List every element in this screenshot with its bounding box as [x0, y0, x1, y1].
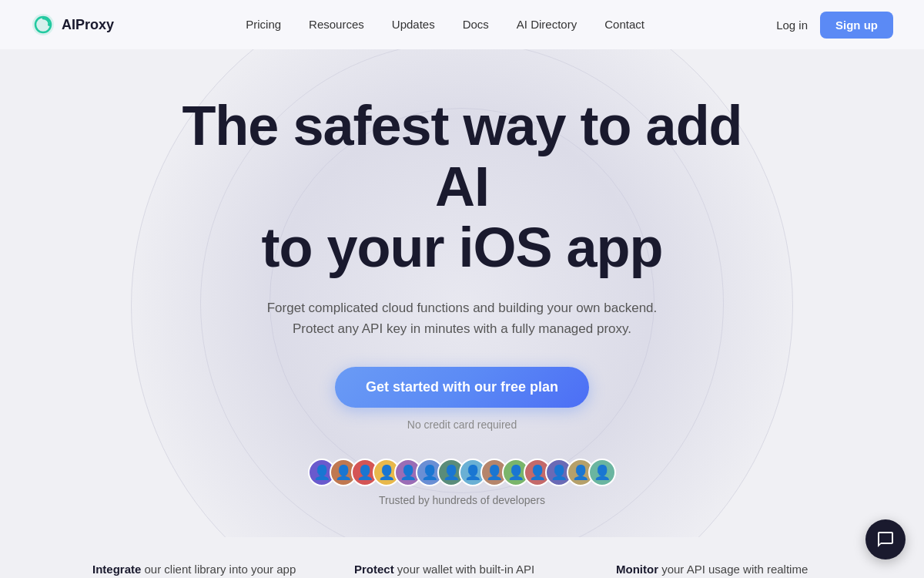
feature-item: Monitor your API usage with realtime obs…: [616, 560, 832, 578]
no-credit-card-text: No credit card required: [154, 418, 770, 431]
feature-strong-2: Monitor: [616, 563, 658, 576]
hero-subtitle: Forget complicated cloud functions and b…: [154, 297, 770, 339]
nav-contact[interactable]: Contact: [604, 18, 644, 31]
brand-name: AIProxy: [62, 17, 114, 33]
cta-button[interactable]: Get started with our free plan: [335, 367, 589, 408]
trusted-text: Trusted by hundreds of developers: [154, 494, 770, 506]
chat-icon: [876, 530, 895, 549]
nav-docs[interactable]: Docs: [463, 18, 489, 31]
chat-widget[interactable]: [865, 519, 906, 560]
feature-strong-1: Protect: [354, 563, 394, 576]
feature-item: Integrate our client library into your a…: [92, 560, 308, 578]
nav-actions: Log in Sign up: [776, 12, 893, 39]
signup-button[interactable]: Sign up: [820, 12, 893, 39]
svg-point-2: [48, 23, 51, 26]
navbar: AIProxy Pricing Resources Updates Docs A…: [0, 0, 924, 49]
avatar: 👤: [588, 459, 616, 486]
nav-resources[interactable]: Resources: [309, 18, 364, 31]
hero-title: The safest way to add AI to your iOS app: [154, 96, 770, 279]
nav-ai-directory[interactable]: AI Directory: [517, 18, 577, 31]
feature-strong-0: Integrate: [92, 563, 141, 576]
hero-content: The safest way to add AI to your iOS app…: [154, 96, 770, 506]
features-section: Integrate our client library into your a…: [0, 537, 924, 578]
nav-pricing[interactable]: Pricing: [246, 18, 281, 31]
hero-section: The safest way to add AI to your iOS app…: [0, 49, 924, 537]
avatars-row: 👤👤👤👤👤👤👤👤👤👤👤👤👤👤: [154, 459, 770, 486]
logo-link[interactable]: AIProxy: [31, 12, 114, 37]
feature-item: Protect your wallet with built-in API se…: [354, 560, 570, 578]
nav-updates[interactable]: Updates: [392, 18, 435, 31]
logo-icon: [31, 12, 55, 37]
nav-links: Pricing Resources Updates Docs AI Direct…: [246, 18, 644, 32]
login-button[interactable]: Log in: [776, 18, 808, 32]
